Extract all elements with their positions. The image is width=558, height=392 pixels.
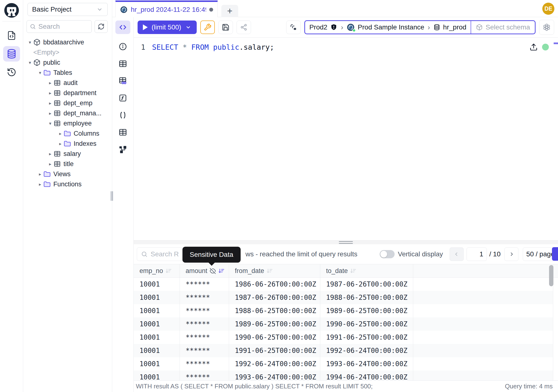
cell-to_date: 1991-06-25T00:00:00Z	[320, 331, 413, 344]
table-row[interactable]: 10001******1991-06-25T00:00:00Z1992-06-2…	[134, 344, 558, 357]
search-icon	[141, 251, 148, 258]
cell-to_date: 1993-06-24T00:00:00Z	[320, 357, 413, 371]
tree-item-title[interactable]: ▸title	[23, 159, 112, 169]
export-drawer-button[interactable]	[552, 247, 558, 261]
expander-down-icon[interactable]: ▾	[37, 70, 44, 76]
column-header-to_date[interactable]: to_date	[320, 264, 413, 277]
cell-amount: ******	[180, 278, 229, 291]
tables-panel-button[interactable]	[115, 58, 130, 69]
page-number-input[interactable]	[467, 247, 487, 261]
expander-right-icon[interactable]: ▸	[47, 80, 53, 86]
table-row[interactable]: 10001******1993-06-24T00:00:00Z1994-06-2…	[134, 371, 558, 380]
column-header-emp_no[interactable]: emp_no	[134, 264, 180, 277]
cell-amount: ******	[180, 357, 229, 371]
worksheet-icon	[7, 31, 17, 40]
expander-right-icon[interactable]: ▸	[47, 100, 53, 106]
table-row[interactable]: 10001******1986-06-26T00:00:00Z1987-06-2…	[134, 278, 558, 291]
vertical-display-toggle[interactable]	[380, 250, 395, 258]
line-number: 1	[134, 42, 152, 53]
cell-to_date: 1989-06-25T00:00:00Z	[320, 304, 413, 317]
expander-down-icon[interactable]: ▾	[47, 121, 53, 126]
sort-icon[interactable]	[266, 268, 273, 274]
table-row[interactable]: 10001******1987-06-26T00:00:00Z1988-06-2…	[134, 291, 558, 304]
schema-selector[interactable]: Select schema	[471, 21, 535, 34]
sql-editor[interactable]: 1 SELECT * FROM public.salary;	[134, 38, 558, 240]
expander-down-icon[interactable]: ▾	[26, 40, 33, 45]
tree-item-dept-mana[interactable]: ▸dept_mana...	[23, 108, 112, 118]
table-row[interactable]: 10001******1989-06-25T00:00:00Z1990-06-2…	[134, 317, 558, 331]
project-selector[interactable]: Basic Project	[27, 3, 108, 16]
expander-right-icon[interactable]: ▸	[57, 141, 64, 147]
tree-item-salary[interactable]: ▸salary	[23, 149, 112, 159]
views-panel-button[interactable]	[115, 127, 130, 138]
cell-emp_no: 10001	[134, 371, 180, 380]
tree-item-tables[interactable]: ▾Tables	[23, 68, 112, 78]
schema-diagram-button[interactable]	[115, 144, 130, 155]
ai-assistant-button[interactable]	[539, 20, 554, 35]
procedures-panel-button[interactable]	[115, 110, 130, 121]
prev-page-button[interactable]	[450, 247, 464, 261]
sidebar-search[interactable]	[26, 20, 92, 33]
folder-icon	[64, 130, 71, 137]
expander-right-icon[interactable]: ▸	[47, 111, 53, 116]
table-row[interactable]: 10001******1990-06-25T00:00:00Z1991-06-2…	[134, 331, 558, 344]
sort-icon[interactable]	[218, 268, 225, 274]
table-row[interactable]: 10001******1988-06-25T00:00:00Z1989-06-2…	[134, 304, 558, 317]
sort-icon[interactable]	[165, 268, 172, 274]
expander-right-icon[interactable]: ▸	[57, 131, 64, 136]
expander-right-icon[interactable]: ▸	[47, 161, 53, 167]
cell-from_date: 1986-06-26T00:00:00Z	[229, 278, 320, 291]
expander-right-icon[interactable]: ▸	[47, 151, 53, 157]
info-panel-button[interactable]	[115, 41, 130, 52]
export-sheet-icon[interactable]	[530, 43, 538, 51]
user-avatar[interactable]: DE	[542, 3, 554, 15]
refresh-schema-button[interactable]	[95, 20, 108, 33]
format-sql-button[interactable]	[200, 20, 215, 34]
rail-history-button[interactable]	[3, 64, 20, 80]
column-header-amount[interactable]: amount	[180, 264, 229, 277]
tree-item-audit[interactable]: ▸audit	[23, 78, 112, 88]
table-row[interactable]: 10001******1992-06-24T00:00:00Z1993-06-2…	[134, 357, 558, 371]
tree-item-columns[interactable]: ▸Columns	[23, 128, 112, 139]
tab-title: hr_prod 2024-11-22 16:49	[131, 6, 206, 14]
tree-item-views[interactable]: ▸Views	[23, 169, 112, 179]
panel-resize-handle[interactable]	[134, 240, 558, 244]
save-sheet-button[interactable]	[218, 20, 233, 34]
rail-worksheets-button[interactable]	[3, 28, 20, 43]
tree-item-dept-emp[interactable]: ▸dept_emp	[23, 98, 112, 108]
connection-breadcrumb[interactable]: Prod2 › Prod Sample Instance › hr_prod	[304, 20, 536, 34]
tab-hr-prod[interactable]: hr_prod 2024-11-22 16:49	[115, 0, 218, 17]
column-label: from_date	[235, 267, 264, 275]
tree-item-functions[interactable]: ▸Functions	[23, 179, 112, 189]
functions-panel-button[interactable]	[115, 93, 130, 103]
share-sheet-button[interactable]	[236, 20, 251, 34]
tree-item-indexes[interactable]: ▸Indexes	[23, 139, 112, 149]
column-header-from_date[interactable]: from_date	[229, 264, 320, 277]
tree-item-department[interactable]: ▸department	[23, 88, 112, 98]
sql-editor-mode-button[interactable]	[115, 20, 130, 34]
folder-icon	[64, 140, 71, 147]
sidebar-search-input[interactable]	[38, 23, 88, 30]
chevron-down-icon	[185, 24, 192, 30]
expander-right-icon[interactable]: ▸	[47, 90, 53, 96]
next-page-button[interactable]	[505, 247, 518, 261]
new-tab-button[interactable]: +	[221, 5, 238, 17]
cell-to_date: 1992-06-24T00:00:00Z	[320, 344, 413, 357]
expander-down-icon[interactable]: ▾	[26, 60, 33, 65]
rail-databases-button[interactable]	[3, 46, 20, 61]
run-query-button[interactable]: (limit 500)	[138, 20, 197, 34]
expander-right-icon[interactable]: ▸	[37, 182, 44, 187]
expander-right-icon[interactable]: ▸	[37, 171, 44, 177]
cell-to_date: 1990-06-25T00:00:00Z	[320, 317, 413, 331]
openai-icon	[542, 23, 551, 31]
tree-item-bbdataarchive[interactable]: ▾bbdataarchive	[23, 37, 112, 47]
tree-item-public[interactable]: ▾public	[23, 57, 112, 68]
masked-tables-panel-button[interactable]	[115, 76, 130, 86]
results-vertical-scrollbar[interactable]	[549, 265, 553, 286]
tree-item-employee[interactable]: ▾employee	[23, 118, 112, 128]
tree-item-empty[interactable]: <Empty>	[23, 47, 112, 57]
sort-icon[interactable]	[350, 268, 357, 274]
batch-query-button[interactable]	[286, 20, 301, 34]
bytebase-logo-icon[interactable]	[4, 2, 19, 18]
tree-item-label: department	[63, 89, 96, 97]
